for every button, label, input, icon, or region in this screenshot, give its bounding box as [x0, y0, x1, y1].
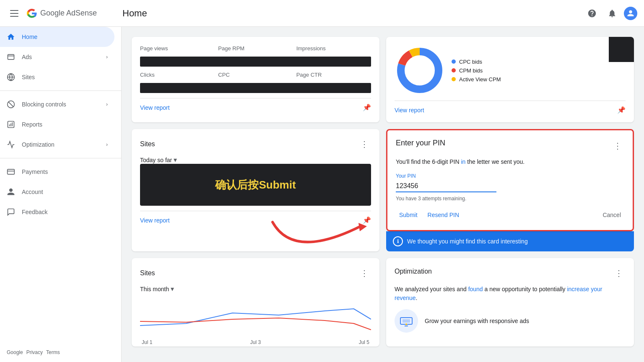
sidebar-item-sites[interactable]: Sites [0, 67, 114, 87]
donut-black-square [609, 37, 634, 62]
optimization-icon [7, 140, 15, 149]
sites-bottom-title: Sites [140, 269, 155, 277]
legend-active-view: Active View CPM [452, 76, 501, 83]
optimization-card: Optimization ⋮ We analyzed your sites an… [386, 258, 634, 346]
sidebar-item-blocking-controls-label: Blocking controls [22, 101, 66, 108]
stats-card-footer: View report 📌 [140, 98, 371, 111]
pin-card-title: Enter your PIN [396, 139, 445, 147]
sidebar-item-payments-label: Payments [22, 168, 48, 175]
stat-cpc-label: CPC [218, 72, 293, 78]
avatar[interactable] [624, 7, 637, 20]
sites-bottom-header: Sites ⋮ [140, 266, 371, 280]
feedback-icon [7, 208, 15, 216]
donut-pin-icon: 📌 [617, 106, 626, 114]
pin-actions: Submit Resend PIN Cancel [396, 208, 624, 222]
pin-desc-plain2: the letter we sent you. [465, 158, 525, 165]
optimization-card-header: Optimization ⋮ [395, 266, 626, 280]
sites-top-footer: View report 📌 [140, 211, 371, 224]
sidebar-item-account-label: Account [22, 189, 43, 195]
info-banner: ℹ We thought you might find this card in… [386, 231, 634, 251]
sites-bottom-card: Sites ⋮ This month ▾ [132, 258, 379, 346]
sidebar-item-ads-label: Ads [22, 54, 32, 60]
sidebar-item-home-label: Home [22, 34, 37, 40]
line-chart: Jul 1 Jul 3 Jul 5 [140, 296, 371, 338]
pin-card: Enter your PIN ⋮ You'll find the 6-digit… [386, 129, 634, 231]
main-content: Page views Page RPM Impressions Clicks [122, 27, 644, 362]
legend-active-view-dot [452, 77, 456, 81]
pin-input[interactable] [396, 181, 496, 192]
cards-row-3: Sites ⋮ This month ▾ [132, 258, 634, 346]
stats-bar-2 [140, 83, 371, 93]
stat-clicks: Clicks [140, 72, 215, 80]
sites-bottom-period-label: This month [140, 286, 169, 292]
sidebar-item-feedback[interactable]: Feedback [0, 202, 114, 222]
stat-page-views-label: Page views [140, 45, 215, 52]
stat-impressions: Impressions [296, 45, 371, 53]
topbar: Google AdSense Home [122, 0, 644, 27]
footer-terms-link[interactable]: Terms [46, 349, 60, 355]
line-chart-svg [140, 296, 371, 338]
sidebar-item-payments[interactable]: Payments [0, 162, 114, 182]
sidebar-item-optimization-label: Optimization [22, 141, 55, 148]
pin-cancel-button[interactable]: Cancel [599, 208, 624, 222]
pin-your-pin-label: Your PIN [396, 173, 624, 179]
stats-bar-1 [140, 57, 371, 67]
sites-top-pin-icon: 📌 [363, 216, 371, 224]
sites-image-text: 确认后按Submit [215, 178, 296, 192]
stats-view-report-link[interactable]: View report [140, 104, 170, 111]
sidebar-item-account[interactable]: Account [0, 182, 114, 202]
sites-image-placeholder: 确认后按Submit [140, 164, 371, 206]
svg-point-15 [405, 323, 407, 325]
notifications-button[interactable] [604, 5, 621, 22]
donut-view-report-link[interactable]: View report [395, 107, 424, 114]
stat-page-ctr: Page CTR [296, 72, 371, 80]
nav-divider-1 [0, 90, 121, 91]
sidebar-item-sites-label: Sites [22, 74, 35, 80]
sidebar-item-feedback-label: Feedback [22, 209, 47, 215]
stat-page-rpm: Page RPM [218, 45, 293, 53]
sidebar-item-optimization[interactable]: Optimization › [0, 134, 114, 155]
opt-item: Grow your earnings with responsive ads [395, 309, 626, 333]
sidebar-item-home[interactable]: Home [0, 27, 114, 47]
sidebar-item-blocking-controls[interactable]: Blocking controls › [0, 94, 114, 114]
legend-cpm: CPM bids [452, 67, 501, 74]
page-title: Home [122, 8, 577, 19]
opt-desc-highlight1: found [468, 286, 483, 292]
pin-desc-plain1: You'll find the 6-digit PIN [396, 158, 461, 165]
pin-resend-button[interactable]: Resend PIN [424, 208, 462, 222]
donut-area: CPC bids CPM bids Active View CPM [395, 45, 626, 96]
pin-attempts: You have 3 attempts remaining. [396, 196, 624, 202]
opt-desc-plain2: a new opportunity to potentially [483, 286, 567, 292]
opt-item-text: Grow your earnings with responsive ads [425, 318, 529, 324]
optimization-more-icon[interactable]: ⋮ [612, 266, 626, 280]
cards-row-2: Sites ⋮ Today so far ▾ 确认后按Submit View r… [132, 129, 634, 251]
sites-top-period-selector[interactable]: Today so far ▾ [140, 156, 371, 164]
sites-top-view-report-link[interactable]: View report [140, 217, 170, 224]
pin-desc-highlight: in [461, 158, 465, 165]
chart-x-label-2: Jul 3 [250, 339, 261, 345]
legend-cpm-dot [452, 68, 456, 72]
info-icon: ℹ [393, 236, 403, 246]
stat-impressions-label: Impressions [296, 45, 371, 52]
sites-top-dropdown-arrow: ▾ [174, 156, 177, 164]
pin-submit-button[interactable]: Submit [396, 208, 421, 222]
donut-chart [395, 45, 445, 96]
pin-more-icon[interactable]: ⋮ [611, 139, 624, 153]
footer-privacy-link[interactable]: Privacy [26, 349, 43, 355]
sidebar-item-reports[interactable]: Reports [0, 114, 114, 134]
help-button[interactable] [584, 5, 600, 22]
stat-page-views: Page views [140, 45, 215, 53]
sites-top-card: Sites ⋮ Today so far ▾ 确认后按Submit View r… [132, 129, 379, 251]
legend-cpc-label: CPC bids [459, 59, 482, 65]
sites-top-header: Sites ⋮ [140, 137, 371, 151]
info-banner-text: We thought you might find this card inte… [407, 238, 528, 245]
sites-bottom-more-icon[interactable]: ⋮ [358, 266, 371, 280]
content-area: Google AdSense Home [122, 0, 644, 362]
sites-top-title: Sites [140, 140, 155, 148]
topbar-right [584, 5, 637, 22]
svg-rect-0 [8, 54, 14, 59]
stats-card: Page views Page RPM Impressions Clicks [132, 37, 379, 122]
sites-top-more-icon[interactable]: ⋮ [358, 137, 371, 151]
sidebar-item-ads[interactable]: Ads › [0, 47, 114, 67]
sites-bottom-period-selector[interactable]: This month ▾ [140, 285, 371, 293]
